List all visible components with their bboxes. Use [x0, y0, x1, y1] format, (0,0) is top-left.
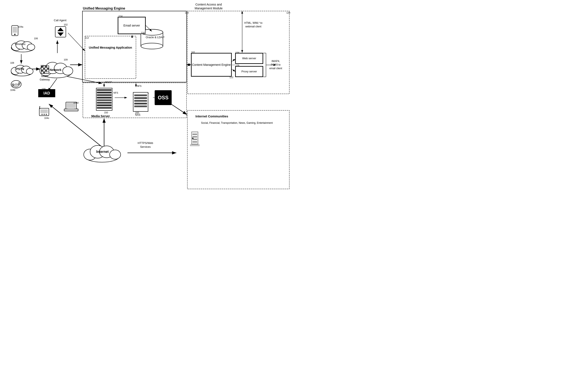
svg-rect-112	[68, 109, 74, 110]
svg-rect-93	[134, 97, 147, 99]
svg-line-27	[68, 33, 85, 51]
svg-rect-76	[45, 66, 47, 67]
mgcp-label: MGCP	[105, 81, 112, 84]
ume-region-label: Unified Messaging Engine	[83, 6, 125, 11]
svg-line-23	[231, 59, 235, 61]
iad-label: IAD	[43, 91, 50, 96]
svg-point-107	[43, 114, 45, 115]
html-wml-label: HTML, WML* to webmail client	[244, 21, 262, 28]
media-gateway-ref: 130	[40, 64, 44, 67]
svg-rect-77	[43, 68, 45, 69]
nas-device	[132, 91, 149, 113]
svg-rect-95	[134, 103, 147, 104]
svg-point-108	[46, 114, 47, 115]
svg-line-24	[231, 69, 235, 72]
svg-point-11	[141, 43, 163, 49]
svg-rect-88	[97, 102, 111, 103]
internet-label: Internet	[96, 150, 109, 154]
proxy-server-label: Proxy server	[242, 70, 257, 73]
media-server-num: 150	[104, 111, 108, 114]
device-104c-ref: 104c	[44, 117, 49, 119]
svg-point-54	[26, 68, 33, 74]
device-104d-ref: 104d	[73, 102, 78, 104]
svg-rect-80	[45, 70, 47, 71]
oracle-ldap-label: Oracle & LDAP	[146, 36, 165, 39]
svg-point-59	[63, 67, 73, 75]
proxy-server-box: Proxy server	[235, 66, 263, 77]
nfs1-label: NFS	[113, 91, 118, 94]
media-server-label: Media Server	[91, 114, 110, 118]
svg-rect-94	[134, 100, 147, 102]
svg-rect-90	[97, 107, 111, 109]
web-server-box: Web server	[235, 53, 263, 64]
svg-rect-87	[97, 99, 111, 101]
diagram-container: Unified Messaging Engine 110 Content Acc…	[0, 0, 294, 193]
svg-rect-98	[13, 27, 17, 33]
ip-network-ref: 109	[64, 58, 67, 61]
content-mgmt-ref: 101	[191, 51, 195, 54]
call-agent-ref: 102	[64, 23, 67, 26]
svg-line-21	[146, 25, 152, 31]
web-server-label: Web server	[242, 57, 256, 60]
web-server-ref: 124	[235, 51, 239, 54]
ume-ref: 110	[185, 11, 189, 14]
svg-rect-81	[43, 72, 45, 73]
ic-region-label: Internet Communities	[195, 114, 228, 119]
device-104b	[10, 80, 22, 89]
svg-point-49	[27, 44, 35, 50]
iad-ref: 130	[42, 88, 45, 90]
device-104a	[11, 25, 19, 37]
svg-point-64	[110, 150, 121, 159]
svg-point-103	[14, 84, 19, 87]
svg-rect-78	[47, 68, 49, 69]
svg-rect-105	[40, 109, 48, 113]
nas-ref: 160	[135, 111, 139, 114]
media-gateway-label: Media Gateway	[38, 75, 52, 81]
camm-ref: 120	[286, 11, 290, 14]
call-agent-label: Call Agent	[53, 19, 67, 22]
oss-box: OSS	[155, 90, 172, 105]
camm-region-label: Content Access and Management Module	[187, 2, 230, 10]
wireless-ref: 106	[34, 37, 38, 40]
media-server-rack	[95, 87, 113, 113]
ic-server-4: ▶	[190, 132, 199, 146]
device-104c	[38, 105, 50, 117]
ic-desc: Social, Financial, Transportation, News,…	[191, 121, 283, 125]
oss-label: OSS	[158, 95, 169, 101]
pstn-ref: 108	[10, 61, 14, 64]
content-mgmt-box: Content Management Engine	[191, 53, 231, 76]
uma-ref: 112	[85, 37, 89, 39]
device-104a-ref: 104a	[18, 25, 23, 28]
svg-rect-89	[97, 104, 111, 106]
pstn-label: PSTN	[16, 67, 24, 71]
svg-rect-85	[97, 94, 111, 96]
iad-box: IAD	[38, 89, 55, 97]
svg-point-106	[42, 114, 43, 115]
ref-122: 122	[230, 76, 233, 79]
nfs2-label: NFS	[137, 84, 142, 87]
svg-rect-84	[97, 92, 111, 93]
email-server-label: Email server	[124, 23, 140, 27]
svg-rect-79	[42, 70, 43, 71]
svg-rect-86	[97, 97, 111, 99]
svg-rect-92	[134, 95, 147, 96]
https-label: HTTPS/Web Services	[138, 141, 153, 149]
content-mgmt-label: Content Management Engine	[192, 63, 231, 67]
svg-point-99	[14, 34, 16, 35]
device-104b-ref: 104b	[10, 89, 15, 91]
call-agent-icon	[53, 24, 68, 39]
proxy-server-ref: 126	[235, 64, 239, 67]
imap4-pop3-label: IMAP4, POP3 to email client	[269, 60, 282, 70]
email-server-ref: 114	[119, 15, 122, 17]
uma-label: Unified Messaging Application	[88, 46, 133, 50]
wireless-label: Wireless	[15, 42, 25, 46]
svg-rect-4	[85, 36, 136, 79]
svg-rect-83	[97, 89, 111, 91]
oracle-ldap-ref: 116	[141, 31, 145, 34]
svg-rect-96	[134, 105, 147, 107]
